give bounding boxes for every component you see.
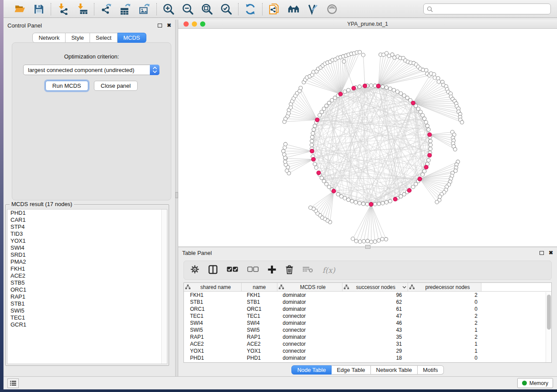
- zoom-in-button[interactable]: [163, 3, 175, 15]
- table-row[interactable]: TEC1TEC1connector472: [184, 313, 551, 320]
- leaf-node[interactable]: [289, 106, 292, 109]
- leaf-node[interactable]: [373, 240, 377, 243]
- horizontal-splitter-handle[interactable]: [365, 245, 370, 249]
- table-cell[interactable]: dominator: [277, 355, 343, 361]
- vizmapper-button[interactable]: [307, 3, 319, 15]
- table-cell[interactable]: connector: [277, 341, 343, 347]
- leaf-node[interactable]: [437, 80, 440, 83]
- network-node[interactable]: [346, 198, 350, 201]
- leaf-node[interactable]: [377, 239, 381, 242]
- table-cell[interactable]: 43: [343, 327, 408, 333]
- network-node[interactable]: [343, 196, 346, 200]
- table-scrollbar[interactable]: [546, 292, 551, 362]
- table-cell[interactable]: SWI5: [242, 327, 277, 333]
- network-node[interactable]: [310, 143, 313, 147]
- mcds-result-item[interactable]: SRD1: [7, 251, 167, 258]
- mcds-hub-node[interactable]: [352, 86, 356, 90]
- network-node[interactable]: [385, 200, 388, 204]
- maximize-window-icon[interactable]: [200, 21, 205, 27]
- table-row[interactable]: RAP1RAP1dominator352: [184, 334, 551, 340]
- close-window-icon[interactable]: [183, 21, 189, 27]
- float-table-panel-icon[interactable]: [540, 251, 544, 255]
- network-node[interactable]: [422, 117, 426, 120]
- table-cell[interactable]: dominator: [277, 292, 343, 298]
- float-panel-icon[interactable]: [158, 24, 162, 28]
- table-cell[interactable]: dominator: [277, 334, 343, 340]
- search-input[interactable]: [435, 6, 547, 13]
- mcds-result-item[interactable]: TID3: [7, 230, 167, 237]
- memory-button[interactable]: Memory: [517, 378, 553, 388]
- tab-motifs[interactable]: Motifs: [418, 365, 444, 375]
- table-cell[interactable]: FKH1: [184, 292, 242, 298]
- mcds-result-item[interactable]: PMA2: [7, 258, 167, 265]
- network-node[interactable]: [327, 185, 331, 189]
- network-node[interactable]: [313, 162, 317, 166]
- column-header-shared-name[interactable]: shared name: [184, 283, 242, 291]
- network-node[interactable]: [327, 101, 331, 105]
- table-row[interactable]: SWI4SWI4dominator462: [184, 320, 551, 327]
- table-cell[interactable]: PHD1: [184, 355, 242, 361]
- close-table-panel-icon[interactable]: ✖: [549, 251, 553, 255]
- zoom-selected-button[interactable]: [220, 3, 232, 15]
- mcds-hub-node[interactable]: [393, 197, 397, 201]
- network-node[interactable]: [412, 185, 415, 189]
- network-node[interactable]: [312, 128, 315, 131]
- leaf-node[interactable]: [438, 195, 442, 198]
- mcds-result-item[interactable]: STB1: [7, 300, 167, 307]
- table-cell[interactable]: 31: [343, 341, 408, 347]
- table-cell[interactable]: RAP1: [242, 334, 277, 340]
- network-node[interactable]: [381, 201, 384, 205]
- network-node[interactable]: [358, 201, 361, 205]
- network-node[interactable]: [414, 182, 418, 186]
- table-row[interactable]: STB1STB1dominator620: [184, 299, 551, 306]
- network-node[interactable]: [369, 84, 373, 87]
- mcds-result-item[interactable]: YOX1: [7, 237, 167, 244]
- network-node[interactable]: [320, 110, 323, 113]
- table-cell[interactable]: 29: [343, 348, 408, 354]
- mcds-hub-node[interactable]: [424, 165, 428, 169]
- criterion-dropdown[interactable]: largest connected component (undirected): [23, 65, 159, 75]
- table-cell[interactable]: SWI5: [184, 327, 242, 333]
- leaf-node[interactable]: [361, 53, 365, 57]
- import-network-button[interactable]: [57, 3, 69, 15]
- close-panel-icon[interactable]: ✖: [167, 23, 171, 28]
- fit-content-button[interactable]: [201, 3, 213, 15]
- network-node[interactable]: [392, 88, 395, 92]
- network-node[interactable]: [402, 94, 406, 97]
- network-node[interactable]: [322, 179, 325, 183]
- delete-table-button[interactable]: [303, 266, 313, 275]
- network-node[interactable]: [365, 203, 369, 206]
- table-cell[interactable]: dominator: [277, 306, 343, 312]
- table-cell[interactable]: dominator: [277, 299, 343, 305]
- column-header-successor-nodes[interactable]: successor nodes: [343, 283, 408, 291]
- table-cell[interactable]: 1: [408, 341, 481, 347]
- function-builder-button[interactable]: f(x): [322, 266, 335, 275]
- run-mcds-button[interactable]: Run MCDS: [45, 81, 88, 91]
- task-history-button[interactable]: [7, 378, 19, 388]
- mcds-result-item[interactable]: FKH1: [7, 265, 167, 272]
- mcds-result-item[interactable]: ORC1: [7, 286, 167, 293]
- network-node[interactable]: [427, 128, 430, 131]
- network-node[interactable]: [419, 110, 422, 113]
- deselect-all-button[interactable]: [247, 266, 259, 274]
- table-cell[interactable]: 96: [343, 292, 408, 298]
- table-cell[interactable]: YOX1: [242, 348, 277, 354]
- network-node[interactable]: [399, 195, 402, 198]
- table-row[interactable]: ACE2ACE2connector311: [184, 340, 551, 347]
- table-cell[interactable]: PHD1: [242, 355, 277, 361]
- network-node[interactable]: [422, 169, 426, 173]
- network-node[interactable]: [330, 99, 334, 102]
- table-cell[interactable]: ACE2: [184, 341, 242, 347]
- network-node[interactable]: [315, 166, 318, 169]
- column-header-name[interactable]: name: [242, 283, 277, 291]
- table-cell[interactable]: connector: [277, 348, 343, 354]
- column-header-predecessor-nodes[interactable]: predecessor nodes: [408, 283, 481, 291]
- network-canvas[interactable]: [178, 29, 557, 247]
- table-cell[interactable]: 35: [343, 334, 408, 340]
- mcds-hub-node[interactable]: [363, 84, 367, 88]
- tab-select[interactable]: Select: [90, 33, 118, 43]
- network-node[interactable]: [311, 135, 314, 139]
- export-table-button[interactable]: [119, 3, 131, 15]
- mcds-hub-node[interactable]: [311, 157, 315, 161]
- leaf-node[interactable]: [284, 142, 287, 146]
